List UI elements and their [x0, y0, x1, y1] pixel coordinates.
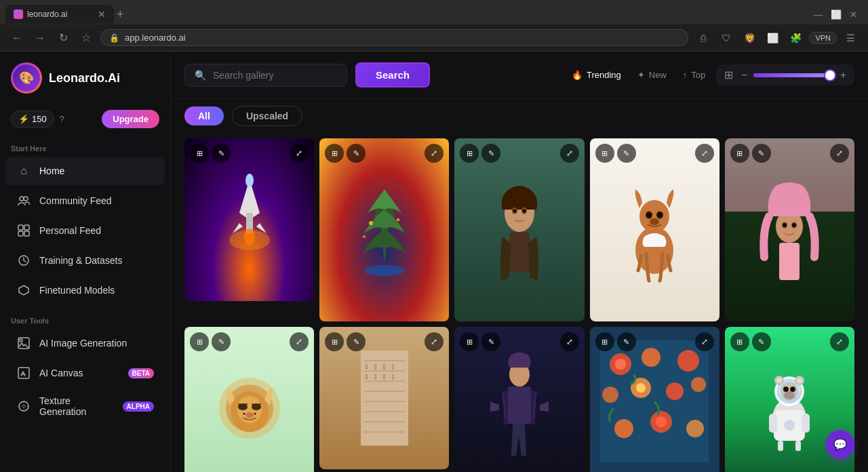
gallery-item[interactable]: ⊞ ✎ ⤢ [184, 138, 314, 301]
gallery-grid-btn[interactable]: ⊞ [190, 144, 209, 163]
shield-btn[interactable]: 🛡 [717, 28, 736, 47]
gallery-item[interactable]: ⊞ ✎ ⤢ [454, 327, 584, 472]
sidebar-item-personal-feed[interactable]: Personal Feed [5, 216, 165, 245]
gallery-expand-btn[interactable]: ⤢ [560, 144, 579, 163]
sidebar-btn[interactable]: ⬜ [763, 28, 782, 47]
svg-point-23 [522, 209, 526, 213]
gallery-item[interactable]: ⊞ ✎ ⤢ [319, 138, 449, 321]
svg-point-72 [677, 350, 699, 372]
gallery-grid-btn[interactable]: ⊞ [325, 144, 344, 163]
support-btn[interactable]: 💬 [826, 430, 854, 458]
logo-text: Leonardo.Ai [49, 71, 120, 85]
bookmark-btn[interactable]: ☆ [77, 29, 95, 47]
gallery-expand-btn[interactable]: ⤢ [560, 332, 579, 351]
svg-point-1 [24, 197, 28, 201]
close-btn[interactable]: ✕ [850, 9, 857, 20]
gallery-expand-btn[interactable]: ⤢ [695, 144, 714, 163]
gallery-edit-btn[interactable]: ✎ [347, 144, 366, 163]
sort-trending-label: Trending [587, 70, 621, 80]
gallery-edit-btn[interactable]: ✎ [212, 332, 231, 351]
minimize-btn[interactable]: — [814, 9, 823, 20]
gallery-grid-btn[interactable]: ⊞ [460, 144, 479, 163]
gallery-item[interactable]: ⊞ ✎ ⤢ [184, 327, 314, 472]
gallery-grid-btn[interactable]: ⊞ [730, 144, 749, 163]
search-button[interactable]: Search [355, 62, 430, 87]
gallery-search-container[interactable]: 🔍 [184, 64, 347, 87]
grid-icon: ⊞ [722, 67, 736, 83]
gallery-expand-btn[interactable]: ⤢ [695, 332, 714, 351]
gallery-item-actions: ⊞ ✎ [595, 332, 636, 351]
grid-slider[interactable] [753, 73, 835, 77]
sidebar-item-community-feed[interactable]: Community Feed [5, 186, 165, 215]
gallery-expand-btn[interactable]: ⤢ [830, 144, 849, 163]
gallery-edit-btn[interactable]: ✎ [481, 144, 500, 163]
sidebar-item-texture-generation[interactable]: Texture Generation ALPHA [5, 389, 165, 424]
active-tab[interactable]: leonardo.ai ✕ [5, 5, 114, 24]
sidebar-item-home[interactable]: ⌂ Home [5, 157, 165, 185]
refresh-btn[interactable]: ↻ [54, 29, 72, 47]
gallery-item[interactable]: ⊞ ✎ ⤢ [454, 138, 584, 321]
svg-rect-101 [795, 441, 801, 451]
gallery-grid-btn[interactable]: ⊞ [325, 332, 344, 351]
gallery-item[interactable]: ⊞ ✎ ⤢ [590, 327, 719, 472]
sidebar-item-training-datasets[interactable]: Training & Datasets [5, 246, 165, 275]
gallery-grid-btn[interactable]: ⊞ [730, 332, 749, 351]
gallery-edit-btn[interactable]: ✎ [617, 144, 636, 163]
search-input[interactable] [213, 70, 337, 81]
svg-point-26 [639, 200, 669, 233]
sidebar-item-finetuned-models[interactable]: Finetuned Models [5, 276, 165, 304]
forward-btn[interactable]: → [31, 29, 49, 47]
menu-btn[interactable]: ☰ [841, 28, 860, 47]
gallery-edit-btn[interactable]: ✎ [347, 332, 366, 351]
grid-plus-btn[interactable]: + [837, 68, 849, 83]
sort-top-btn[interactable]: ↑ Top [677, 67, 711, 83]
gallery-item[interactable]: ⊞ ✎ ⤢ [590, 138, 719, 321]
gallery-grid-btn[interactable]: ⊞ [595, 144, 614, 163]
grid-minus-btn[interactable]: − [738, 68, 750, 83]
gallery-grid-btn[interactable]: ⊞ [460, 332, 479, 351]
top-icon: ↑ [683, 70, 688, 80]
extensions-btn[interactable]: 🧩 [786, 28, 805, 47]
gallery-item-actions: ⊞ ✎ [325, 332, 366, 351]
gallery-grid: ⊞ ✎ ⤢ [171, 133, 868, 472]
gallery-expand-btn[interactable]: ⤢ [290, 332, 309, 351]
tab-close-btn[interactable]: ✕ [98, 9, 106, 20]
gallery-item-actions: ⊞ ✎ [190, 144, 231, 163]
filter-upscaled-btn[interactable]: Upscaled [232, 106, 302, 126]
brave-btn[interactable]: 🦁 [740, 28, 759, 47]
user-tools-label: User Tools [0, 306, 170, 328]
sort-new-btn[interactable]: ✦ New [632, 67, 672, 83]
credits-value: 150 [32, 114, 47, 124]
gallery-grid-btn[interactable]: ⊞ [190, 332, 209, 351]
sidebar-item-ai-image-generation[interactable]: AI Image Generation [5, 329, 165, 357]
upgrade-button[interactable]: Upgrade [102, 110, 159, 128]
back-btn[interactable]: ← [8, 29, 26, 47]
address-bar[interactable]: 🔒 app.leonardo.ai [100, 29, 688, 46]
gallery-edit-btn[interactable]: ✎ [617, 332, 636, 351]
gallery-edit-btn[interactable]: ✎ [212, 144, 231, 163]
finetuned-icon [16, 283, 31, 298]
lock-icon: 🔒 [109, 33, 119, 43]
gallery-edit-btn[interactable]: ✎ [481, 332, 500, 351]
home-icon: ⌂ [16, 163, 31, 178]
vpn-badge: VPN [809, 32, 837, 44]
gallery-expand-btn[interactable]: ⤢ [830, 332, 849, 351]
personal-feed-icon [16, 223, 31, 238]
filter-all-btn[interactable]: All [184, 106, 224, 125]
sidebar: 🎨 Leonardo.Ai ⚡ 150 ? Upgrade Start Here… [0, 52, 171, 472]
gallery-item-actions: ⊞ ✎ [460, 144, 500, 163]
gallery-item[interactable]: ⊞ ✎ ⤢ [725, 138, 854, 321]
search-bar-row: 🔍 Search 🔥 Trending ✦ New ↑ Top [171, 52, 868, 99]
gallery-item[interactable]: 𓂀 𓆃 𓁹 𓃒 𓅓 𓇋 𓏺 𓂋 ⊞ ✎ ⤢ [319, 327, 449, 469]
maximize-btn[interactable]: ⬜ [831, 9, 842, 20]
share-btn[interactable]: ⎙ [694, 28, 713, 47]
gallery-expand-btn[interactable]: ⤢ [290, 144, 309, 163]
new-tab-btn[interactable]: + [117, 7, 124, 22]
sort-trending-btn[interactable]: 🔥 Trending [566, 67, 627, 83]
sidebar-item-ai-canvas[interactable]: AI Canvas BETA [5, 359, 165, 387]
gallery-edit-btn[interactable]: ✎ [752, 144, 771, 163]
gallery-edit-btn[interactable]: ✎ [752, 332, 771, 351]
credits-row: ⚡ 150 ? Upgrade [0, 104, 170, 134]
credits-info-btn[interactable]: ? [60, 115, 64, 124]
gallery-grid-btn[interactable]: ⊞ [595, 332, 614, 351]
